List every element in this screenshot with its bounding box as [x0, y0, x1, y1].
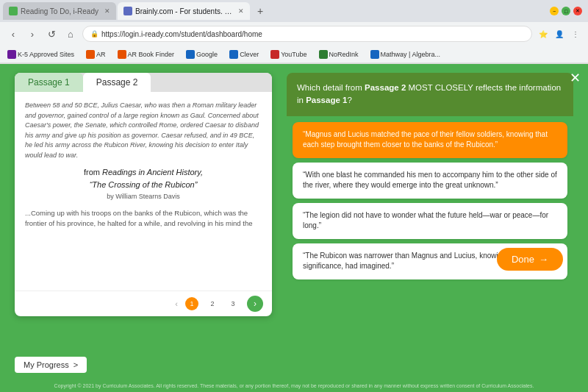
done-button[interactable]: Done → — [497, 248, 563, 271]
maximize-button[interactable]: □ — [562, 7, 570, 15]
browser-chrome: Reading To Do, i-Ready ✕ Brainly.com - F… — [0, 0, 588, 64]
bookmark-ar-book[interactable]: AR Book Finder — [115, 49, 178, 60]
source-title: Readings in Ancient History, — [102, 168, 203, 177]
answer-text-1: “Magnus and Lucius matched the pace of t… — [303, 130, 548, 149]
close-window-button[interactable]: ✕ — [573, 7, 582, 15]
bookmark-icon-clever — [229, 50, 238, 59]
bookmark-clever[interactable]: Clever — [226, 49, 262, 60]
menu-icon[interactable]: ⋮ — [569, 27, 582, 40]
close-button[interactable]: ✕ — [570, 70, 581, 86]
bookmark-label-ar: AR — [96, 51, 106, 58]
question-bold2: Passage 1 — [306, 96, 347, 104]
extensions-icon[interactable]: ⭐ — [537, 27, 550, 40]
address-bar: ‹ › ↺ ⌂ 🔒 https://login.i-ready.com/stud… — [0, 22, 588, 46]
bookmark-icon-k5 — [7, 50, 16, 59]
question-text-end: ? — [347, 96, 351, 104]
answer-option-3[interactable]: “The legion did not have to wonder what … — [293, 203, 567, 239]
next-page-button[interactable]: › — [247, 296, 263, 312]
passage-tab-2[interactable]: Passage 2 — [83, 73, 151, 92]
answer-text-4: “The Rubicon was narrower than Magnus an… — [303, 252, 516, 271]
home-button[interactable]: ⌂ — [63, 26, 78, 41]
bookmark-youtube[interactable]: YouTube — [268, 49, 309, 60]
question-bold1: Passage 2 — [365, 83, 406, 92]
answer-text-3: “The legion did not have to wonder what … — [303, 211, 548, 230]
tab-close-brainly[interactable]: ✕ — [238, 7, 244, 15]
minimize-button[interactable]: − — [550, 7, 559, 15]
reload-button[interactable]: ↺ — [44, 26, 59, 41]
url-bar[interactable]: 🔒 https://login.i-ready.com/student/dash… — [82, 26, 532, 42]
question-text-pre: Which detail from — [297, 83, 365, 92]
bookmark-label-ar-book: AR Book Finder — [128, 51, 175, 58]
my-progress-label: My Progress — [24, 360, 69, 369]
question-panel: Which detail from Passage 2 MOST CLOSELY… — [287, 73, 573, 285]
tab-favicon-brainly — [123, 7, 132, 15]
source-author: by William Stearns Davis — [25, 192, 262, 202]
tab-title-reading: Reading To Do, i-Ready — [21, 7, 98, 15]
prev-arrow[interactable]: ‹ — [175, 299, 178, 308]
bookmark-icon-noredink — [319, 50, 328, 59]
done-label: Done — [512, 254, 534, 265]
bookmark-icon-youtube — [270, 50, 279, 59]
forward-button[interactable]: › — [25, 26, 40, 41]
question-header: Which detail from Passage 2 MOST CLOSELY… — [287, 73, 573, 116]
my-progress-arrow: > — [74, 360, 78, 369]
bookmark-ar[interactable]: AR — [83, 49, 109, 60]
passage-source: from Readings in Ancient History, “The C… — [25, 166, 262, 190]
back-button[interactable]: ‹ — [6, 26, 21, 41]
bookmark-label-noredink: NoRedInk — [329, 51, 359, 58]
answer-option-1[interactable]: “Magnus and Lucius matched the pace of t… — [293, 122, 567, 158]
passage-tab-1[interactable]: Passage 1 — [15, 73, 83, 92]
page-dot-3[interactable]: 3 — [226, 297, 240, 310]
bookmark-google[interactable]: Google — [183, 49, 220, 60]
bookmark-label-mathway: Mathway | Algebra... — [381, 51, 440, 58]
source-prefix: from — [84, 168, 100, 177]
passage-tabs: Passage 1 Passage 2 — [15, 73, 272, 92]
bookmark-icon-mathway — [370, 50, 379, 59]
tab-title-brainly: Brainly.com - For students. By st... — [135, 7, 232, 15]
bookmark-icon-ar-book — [118, 50, 126, 59]
bookmark-icon-google — [186, 50, 195, 59]
window-controls: − □ ✕ — [550, 7, 585, 15]
tab-brainly[interactable]: Brainly.com - For students. By st... ✕ — [118, 2, 250, 20]
passage-body-text: Between 58 and 50 BCE, Julius Caesar, wh… — [25, 101, 262, 160]
done-arrow: → — [539, 254, 548, 265]
bookmark-noredink[interactable]: NoRedInk — [316, 49, 362, 60]
page-dot-1[interactable]: 1 — [185, 297, 198, 310]
tab-close-reading[interactable]: ✕ — [104, 7, 110, 15]
passage-panel: Passage 1 Passage 2 Between 58 and 50 BC… — [15, 73, 272, 316]
lock-icon: 🔒 — [90, 30, 98, 38]
new-tab-button[interactable]: + — [251, 2, 269, 20]
answer-text-2: “With one blast he commanded his men to … — [303, 171, 557, 190]
bookmarks-bar: K-5 Approved Sites AR AR Book Finder Goo… — [0, 46, 588, 63]
bookmark-label-k5: K-5 Approved Sites — [18, 51, 74, 58]
passage-excerpt: ...Coming up with his troops on the bank… — [25, 208, 262, 229]
tab-bar: Reading To Do, i-Ready ✕ Brainly.com - F… — [0, 0, 588, 22]
bookmark-label-youtube: YouTube — [281, 51, 306, 58]
my-progress-button[interactable]: My Progress > — [15, 357, 87, 373]
url-text: https://login.i-ready.com/student/dashbo… — [101, 30, 262, 38]
footer-area: My Progress > Copyright © 2021 by Curric… — [0, 351, 588, 392]
passage-body: Between 58 and 50 BCE, Julius Caesar, wh… — [15, 92, 272, 291]
bookmark-label-google: Google — [196, 51, 218, 58]
passage-footer: ‹ 1 2 3 › — [15, 291, 272, 316]
bookmark-mathway[interactable]: Mathway | Algebra... — [368, 49, 443, 60]
bookmark-icon-ar — [86, 50, 95, 59]
copyright-text: Copyright © 2021 by Curriculum Associate… — [54, 383, 534, 388]
bookmark-k5[interactable]: K-5 Approved Sites — [4, 49, 77, 60]
toolbar-icons: ⭐ 👤 ⋮ — [537, 27, 582, 40]
main-content-area: ✕ Passage 1 Passage 2 Between 58 and 50 … — [0, 64, 588, 351]
page-dot-2[interactable]: 2 — [206, 297, 219, 310]
tab-reading[interactable]: Reading To Do, i-Ready ✕ — [3, 2, 116, 20]
tab-favicon-reading — [9, 7, 18, 15]
bookmark-label-clever: Clever — [240, 51, 259, 58]
profile-icon[interactable]: 👤 — [553, 27, 566, 40]
answer-option-2[interactable]: “With one blast he commanded his men to … — [293, 163, 567, 199]
source-subtitle: “The Crossing of the Rubicon” — [90, 180, 198, 189]
